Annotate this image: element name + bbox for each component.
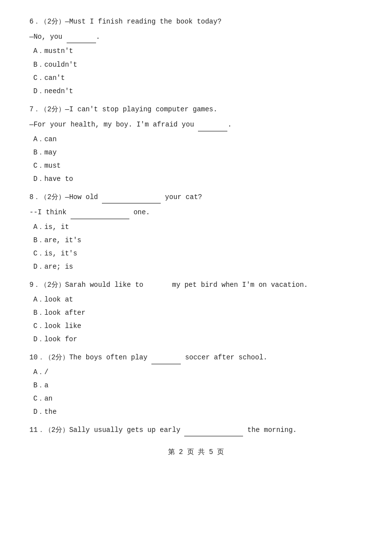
q11-line1: Sally usually gets up early the morning. <box>69 426 296 434</box>
question-7-stem2: —For your health, my boy. I'm afraid you… <box>29 118 363 131</box>
q9-line1: Sarah would like to my pet bird when I'm… <box>65 281 308 289</box>
q7-line1: —I can't stop playing computer games. <box>65 105 218 113</box>
q8-points: （2分） <box>40 193 65 201</box>
q7-number: 7． <box>29 105 40 113</box>
q10-option-d: D．the <box>33 406 363 418</box>
q10-option-a: A．/ <box>33 366 363 378</box>
q7-option-c: C．must <box>33 160 363 172</box>
q10-blank <box>151 351 181 364</box>
q11-number: 11． <box>29 426 45 434</box>
q7-option-b: B．may <box>33 147 363 159</box>
question-10: 10．（2分）The boys often play soccer after … <box>29 351 363 418</box>
q6-option-d: D．needn't <box>33 85 363 98</box>
q11-blank <box>184 424 243 436</box>
question-8: 8．（2分）—How old your cat? --I think one. … <box>29 190 363 273</box>
q7-line2: —For your health, my boy. I'm afraid you… <box>29 121 232 128</box>
q9-option-b: B．look after <box>33 307 363 319</box>
q9-option-d: D．look for <box>33 333 363 346</box>
q8-line2: --I think one. <box>29 208 150 216</box>
question-6-stem2: —No, you . <box>29 30 363 43</box>
q7-points: （2分） <box>40 105 65 113</box>
q8-option-d: D．are; is <box>33 261 363 273</box>
q10-option-b: B．a <box>33 379 363 392</box>
question-6: 6．（2分）—Must I finish reading the book to… <box>29 15 363 98</box>
q6-blank <box>67 30 96 43</box>
q9-option-a: A．look at <box>33 294 363 306</box>
question-8-stem2: --I think one. <box>29 205 363 219</box>
q6-option-a: A．mustn't <box>33 45 363 57</box>
page-number: 第 2 页 共 5 页 <box>168 448 224 456</box>
q6-points: （2分） <box>40 18 65 25</box>
q8-blank1 <box>102 191 161 203</box>
q8-number: 8． <box>29 193 40 201</box>
question-11-stem: 11．（2分）Sally usually gets up early the m… <box>29 423 363 436</box>
question-6-stem: 6．（2分）—Must I finish reading the book to… <box>29 15 363 28</box>
q6-number: 6． <box>29 18 40 25</box>
q10-points: （2分） <box>45 353 69 361</box>
q7-option-a: A．can <box>33 133 363 146</box>
question-11: 11．（2分）Sally usually gets up early the m… <box>29 423 363 436</box>
q9-option-c: C．look like <box>33 320 363 332</box>
q6-line1: —Must I finish reading the book today? <box>65 18 221 25</box>
q11-points: （2分） <box>45 426 69 434</box>
q9-points: （2分） <box>40 281 65 289</box>
q8-option-c: C．is, it's <box>33 248 363 260</box>
question-7: 7．（2分）—I can't stop playing computer gam… <box>29 102 363 185</box>
question-8-stem: 8．（2分）—How old your cat? <box>29 190 363 203</box>
q8-line1: —How old your cat? <box>65 193 202 201</box>
q8-blank2 <box>71 206 129 219</box>
question-9-stem: 9．（2分）Sarah would like to my pet bird wh… <box>29 278 363 291</box>
q7-option-d: D．have to <box>33 173 363 185</box>
q8-option-a: A．is, it <box>33 221 363 233</box>
q7-blank <box>198 118 227 131</box>
question-7-stem: 7．（2分）—I can't stop playing computer gam… <box>29 102 363 116</box>
q8-option-b: B．are, it's <box>33 234 363 247</box>
q10-number: 10． <box>29 353 45 361</box>
q9-number: 9． <box>29 281 40 289</box>
q6-line2: —No, you . <box>29 33 100 41</box>
q6-option-b: B．couldn't <box>33 59 363 71</box>
question-10-stem: 10．（2分）The boys often play soccer after … <box>29 351 363 364</box>
q10-line1: The boys often play soccer after school. <box>69 353 267 361</box>
question-9: 9．（2分）Sarah would like to my pet bird wh… <box>29 278 363 346</box>
page-footer: 第 2 页 共 5 页 <box>29 446 363 458</box>
q10-option-c: C．an <box>33 393 363 405</box>
q6-option-c: C．can't <box>33 72 363 84</box>
